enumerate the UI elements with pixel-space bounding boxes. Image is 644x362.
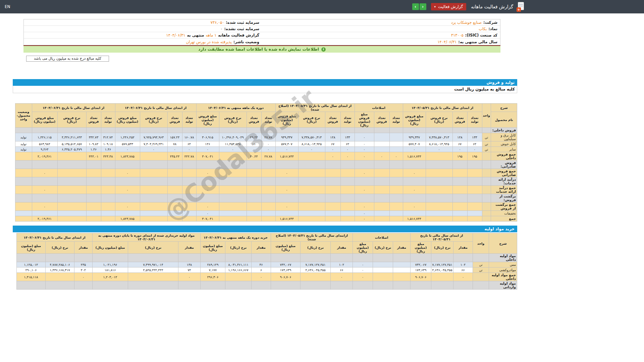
column-group-header: از ابتدای سال مالی تا تاریخ ۱۴۰۴/۰۶/۳۱ (115, 104, 196, 112)
value-cell (374, 216, 389, 222)
value-cell: ۶,۳۴۵,۲۰۵,۴۷۹ (57, 147, 86, 152)
company-info-section: شرکت: صنایع جوشکاب یزد نماد: بکاب کد صنع… (23, 19, 500, 53)
value-cell (261, 161, 275, 169)
production-sales-table: شرحواحداز ابتدای سال مالی تا تاریخ ۱۴۰۴/… (0, 103, 530, 222)
value-cell: ۰ (115, 202, 140, 211)
row-label-cell: جمع مواد اولیه داخلی (489, 273, 517, 281)
unit-cell (473, 254, 489, 262)
value-cell (325, 202, 340, 211)
value-cell: ۴۰.۲۴ (247, 152, 261, 161)
value-cell: ۱۰۹.۱۸ (101, 141, 115, 147)
value-cell: ۱,۵۱۶,۷۴۴ (275, 216, 298, 222)
value-cell (426, 202, 452, 211)
unit-cell (482, 128, 491, 133)
value-cell: ۶۷ (325, 141, 340, 147)
value-cell (374, 128, 389, 133)
value-cell (261, 169, 275, 177)
unit-cell (482, 169, 491, 177)
row-label-cell: جمع درآمد ارائه خدمات (491, 186, 517, 194)
value-cell: ۱,۰۲۱,۱۹۶ (93, 262, 128, 267)
value-cell: ۰ (355, 141, 374, 147)
row-label-cell: سایر (491, 147, 517, 152)
value-cell: ۹۰۶,۷۰۶ (271, 273, 301, 281)
value-cell: ۰ (353, 267, 373, 273)
value-cell (74, 281, 93, 290)
value-cell: ۷,۹۲۵,۷۹۴,۹۶۳ (140, 133, 167, 141)
value-cell: ۱۳۸ (178, 262, 201, 267)
value-cell (431, 254, 453, 262)
value-cell: ۲۲۲.۷۸ (182, 152, 196, 161)
column-header: واحد (482, 104, 491, 128)
language-toggle-en[interactable]: EN (5, 4, 10, 9)
value-cell (403, 128, 426, 133)
next-report-button[interactable]: › (420, 3, 426, 10)
value-cell: ۱۰,۴۹۶,۴۰۹,۰۲۹ (219, 133, 247, 141)
value-cell (393, 267, 411, 273)
column-header: نرخ (ریال) (373, 242, 393, 254)
report-type-button[interactable]: گزارش فعالیت ▾ (431, 3, 467, 10)
value-cell (247, 177, 261, 186)
value-cell (275, 177, 298, 186)
value-cell (373, 281, 393, 290)
column-group-header: از ابتدای سال مالی تا تاریخ ۱۴۰۴/۰۵/۳۱ (… (275, 104, 355, 112)
value-cell (101, 161, 115, 169)
table-row: سایرتن۰۰۰۰۰۰۰۰۰۰۰۰۰۰۰۰۰۱.۴۶۱.۴۶۶,۳۴۵,۲۰۵… (15, 147, 517, 152)
value-cell: ۳۰۷,۰۴۱ (196, 216, 219, 222)
company-name-link[interactable]: صنایع جوشکاب یزد (451, 20, 482, 25)
symbol-link[interactable]: بکاب (479, 26, 487, 31)
column-header: مبلغ فروش (میلیون ریال) (403, 112, 426, 128)
value-cell (261, 216, 275, 222)
isic-row: کد صنعت (ISIC): ۳۱۳۰۰۵ (262, 32, 500, 39)
status-cell (15, 194, 32, 202)
value-cell (389, 133, 403, 141)
unregistered-capital-row: سرمایه ثبت نشده: ۰ (24, 26, 262, 32)
value-cell (389, 194, 403, 202)
value-cell: ۷,۳۹۹,۹۷۱,۰۱۴ (128, 262, 178, 267)
unit-cell (473, 273, 489, 281)
column-group-header: اصلاحات (355, 104, 403, 112)
value-cell (115, 161, 140, 169)
value-cell: ۰ (275, 202, 298, 211)
value-cell: ۲۷.۷۸ (261, 133, 275, 141)
value-cell: ۰ (355, 211, 374, 216)
value-cell (403, 161, 426, 169)
value-cell: ۰ (389, 152, 403, 161)
value-cell: ۶ (252, 267, 271, 273)
value-cell: ۰ (355, 216, 374, 222)
value-cell: ۳۰۶,۹۱۵ (196, 133, 219, 141)
value-cell: ۶۲ (182, 141, 196, 147)
value-cell (225, 273, 252, 281)
value-cell: ۹۳۹,۳۳۷ (275, 133, 298, 141)
value-cell: ۰ (247, 147, 261, 152)
value-cell (298, 128, 325, 133)
value-cell (298, 161, 325, 169)
value-cell: ۸,۶۱۸,۰۱۴,۹۲۵ (298, 141, 325, 147)
production-amounts-note: کلیه مبالغ به میلیون ریال است (13, 86, 517, 93)
table-row: جمع درآمد ارائه خدمات۰۰۰۰۰۰ (15, 186, 517, 194)
value-cell (219, 216, 247, 222)
row-label-cell: کابل برق و سیلیکون (491, 133, 517, 141)
value-cell (46, 273, 74, 281)
value-cell (128, 281, 178, 290)
prev-report-button[interactable]: ‹ (412, 3, 419, 10)
value-cell (140, 211, 167, 216)
column-header: تعداد فروش (325, 112, 340, 128)
value-cell (331, 281, 353, 290)
value-cell (389, 141, 403, 147)
value-cell (389, 216, 403, 222)
value-cell: ۰ (275, 147, 298, 152)
value-cell: ۶۲ (467, 141, 482, 147)
status-cell: تولید (15, 147, 32, 152)
unit-cell: تن (482, 133, 491, 141)
info-icon: i (321, 47, 326, 52)
value-cell: ۳۱۲.۷۴ (101, 133, 115, 141)
registered-capital-label: سرمایه ثبت شده: (226, 20, 259, 25)
section-row: درآمد ارائه خدمات: (15, 177, 517, 186)
value-cell (74, 254, 93, 262)
value-cell: ۱۳۳ (340, 133, 355, 141)
value-cell (196, 128, 219, 133)
value-cell (86, 211, 101, 216)
value-cell (374, 211, 389, 216)
value-cell (467, 211, 482, 216)
value-cell (325, 169, 340, 177)
